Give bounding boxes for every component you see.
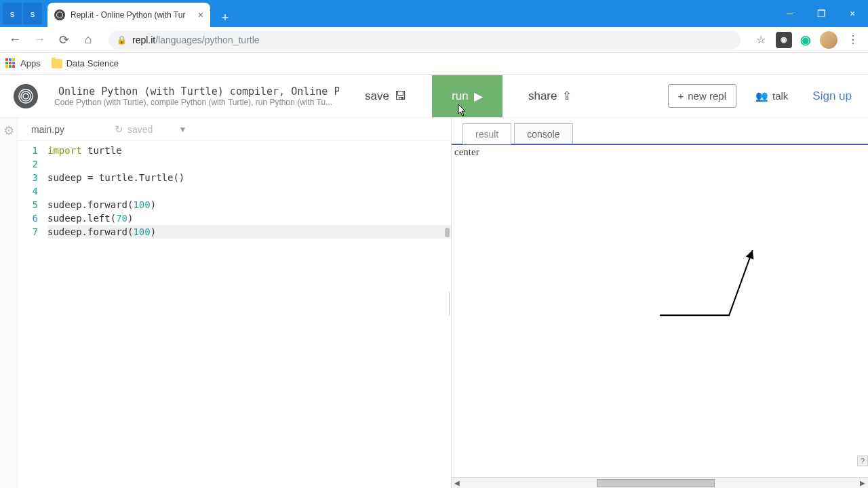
- help-corner-icon[interactable]: ?: [857, 455, 868, 466]
- people-icon: 👥: [755, 90, 768, 102]
- extension-privacy-icon[interactable]: ◉: [776, 32, 792, 48]
- folder-icon: [52, 59, 62, 68]
- save-button[interactable]: save 🖫: [351, 76, 420, 117]
- apps-grid-icon: [5, 58, 16, 69]
- new-repl-button[interactable]: + new repl: [668, 84, 736, 108]
- window-maximize-button[interactable]: ❐: [806, 0, 837, 27]
- line-gutter: 1234567: [18, 144, 47, 488]
- tab-console[interactable]: console: [514, 123, 572, 144]
- code-editor[interactable]: 1234567 import turtlesudeep = turtle.Tur…: [18, 141, 451, 488]
- editor-tabbar: main.py ↻ saved ▼: [18, 118, 451, 141]
- editor-pane: main.py ↻ saved ▼ 1234567 import turtles…: [18, 118, 452, 488]
- scroll-thumb[interactable]: [597, 479, 715, 487]
- bookmark-label: Data Science: [66, 58, 119, 68]
- cursor-pointer-icon: [454, 103, 468, 119]
- gear-icon[interactable]: ⚙: [3, 123, 14, 138]
- page-title: Online Python (with Turtle) compiler, On…: [58, 85, 339, 98]
- apps-shortcut[interactable]: Apps: [5, 58, 41, 69]
- address-bar[interactable]: 🔒 repl.it/languages/python_turtle: [108, 30, 741, 49]
- history-icon: ↻: [115, 123, 123, 136]
- window-close-button[interactable]: ×: [837, 0, 868, 27]
- replit-app: Online Python (with Turtle) compiler, On…: [0, 75, 868, 488]
- nav-forward-button[interactable]: →: [30, 30, 49, 49]
- output-pane: result console center ? ◀ ▶: [452, 118, 868, 488]
- play-icon: ▶: [474, 89, 483, 104]
- apps-label: Apps: [20, 58, 41, 68]
- tab-title: Repl.it - Online Python (with Tur: [71, 10, 185, 20]
- turtle-canvas: center ?: [452, 144, 868, 477]
- talk-button[interactable]: 👥 talk: [749, 85, 795, 108]
- chevron-down-icon[interactable]: ▼: [178, 125, 186, 134]
- bookmark-data-science[interactable]: Data Science: [52, 58, 119, 68]
- save-disk-icon: 🖫: [395, 89, 406, 103]
- replit-favicon: [54, 9, 65, 20]
- scroll-left-arrow[interactable]: ◀: [452, 478, 462, 489]
- share-button[interactable]: share ⇪: [515, 76, 586, 117]
- editor-scrollbar-thumb[interactable]: [445, 228, 450, 237]
- window-minimize-button[interactable]: ─: [774, 0, 806, 27]
- save-label: save: [365, 89, 389, 103]
- file-tab-main[interactable]: main.py: [26, 120, 70, 139]
- share-icon: ⇪: [562, 89, 572, 103]
- app-header: Online Python (with Turtle) compiler, On…: [0, 75, 868, 118]
- tab-close-icon[interactable]: ×: [198, 9, 203, 20]
- spiral-icon: [18, 88, 34, 104]
- signup-link[interactable]: Sign up: [812, 89, 852, 103]
- tab-result[interactable]: result: [462, 123, 511, 144]
- left-gutter: ⚙: [0, 118, 18, 488]
- share-label: share: [528, 89, 557, 103]
- url-text: repl.it/languages/python_turtle: [132, 35, 260, 45]
- scroll-track[interactable]: [462, 479, 857, 488]
- browser-titlebar: s s Repl.it - Online Python (with Tur × …: [0, 0, 868, 27]
- saved-indicator: ↻ saved: [115, 123, 153, 136]
- output-h-scrollbar[interactable]: ◀ ▶: [452, 477, 868, 488]
- turtle-drawing: [452, 145, 868, 477]
- active-browser-tab[interactable]: Repl.it - Online Python (with Tur ×: [47, 3, 210, 27]
- pinned-tab-2[interactable]: s: [23, 3, 42, 24]
- bookmark-star-icon[interactable]: ☆: [751, 30, 770, 49]
- replit-logo[interactable]: [14, 84, 38, 108]
- nav-home-button[interactable]: ⌂: [79, 30, 98, 49]
- nav-back-button[interactable]: ←: [5, 30, 24, 49]
- scroll-right-arrow[interactable]: ▶: [857, 478, 868, 489]
- output-tabbar: result console: [452, 118, 868, 144]
- nav-reload-button[interactable]: ⟳: [54, 30, 73, 49]
- extension-grammarly-icon[interactable]: ◉: [797, 32, 814, 48]
- plus-icon: +: [678, 90, 684, 102]
- bookmarks-bar: Apps Data Science: [0, 53, 868, 75]
- lock-icon: 🔒: [117, 35, 127, 45]
- talk-label: talk: [772, 90, 788, 102]
- code-content[interactable]: import turtlesudeep = turtle.Turtle()sud…: [47, 144, 451, 488]
- saved-label: saved: [127, 124, 153, 135]
- profile-avatar[interactable]: [819, 30, 838, 49]
- new-repl-label: new repl: [688, 90, 726, 102]
- browser-toolbar: ← → ⟳ ⌂ 🔒 repl.it/languages/python_turtl…: [0, 27, 868, 53]
- page-subtitle: Code Python (with Turtle), compile Pytho…: [54, 98, 339, 107]
- new-tab-button[interactable]: +: [216, 8, 235, 27]
- run-label: run: [452, 89, 469, 103]
- pinned-tab-1[interactable]: s: [3, 3, 22, 24]
- browser-menu-icon[interactable]: ⋮: [844, 30, 863, 49]
